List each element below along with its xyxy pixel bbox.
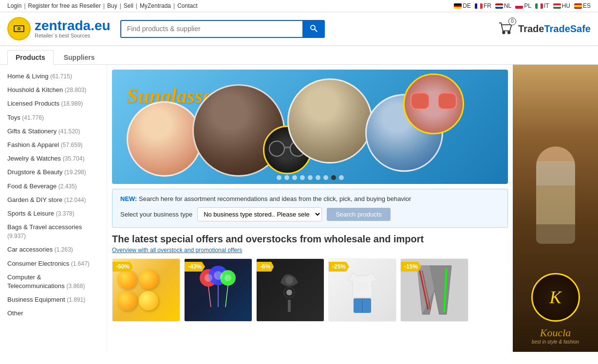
sidebar-item-sports-leisure[interactable]: Sports & Leisure (3.378)	[0, 207, 107, 220]
sell-link[interactable]: Sell	[124, 2, 133, 9]
offer-card-2[interactable]: -43%	[184, 258, 252, 322]
ad-brand-name: Koucla	[540, 327, 571, 339]
business-type-select[interactable]: No business type stored.. Please sele	[197, 207, 322, 221]
tradesafe-logo: TradeTradeSafe	[518, 23, 591, 35]
flag-nl	[495, 3, 503, 9]
search-bar	[120, 20, 325, 38]
sidebar-item-garden-diy[interactable]: Garden & DIY store (12.044)	[0, 193, 107, 207]
dot-1[interactable]	[277, 175, 281, 180]
sidebar-item-car-accessories[interactable]: Car accessories (1.263)	[0, 243, 107, 256]
flag-fr	[475, 3, 483, 9]
svg-line-5	[315, 29, 317, 32]
right-sidebar[interactable]: K Koucla best in style & fashion	[513, 65, 598, 352]
svg-rect-22	[356, 283, 368, 290]
offers-grid: -50% -43%	[112, 258, 508, 322]
lang-es[interactable]: ES	[574, 2, 591, 9]
offer-badge-1: -50%	[112, 262, 133, 272]
new-bar-text: NEW: Search here for assortment recommen…	[120, 195, 500, 202]
cart-area: 0 TradeTradeSafe	[497, 19, 591, 38]
svg-point-15	[214, 271, 223, 280]
sidebar-item-food-beverage[interactable]: Food & Beverage (2.435)	[0, 180, 107, 193]
ad-logo-circle: K	[531, 273, 580, 322]
offer-badge-4: -25%	[329, 262, 349, 272]
flag-es	[574, 3, 582, 9]
sidebar-item-drugstore-beauty[interactable]: Drugstore & Beauty (19.298)	[0, 165, 107, 179]
cart-icon-wrapper[interactable]: 0	[497, 19, 514, 38]
sidebar-item-toys[interactable]: Toys (41.776)	[0, 111, 107, 125]
lamp-svg	[271, 266, 310, 314]
offers-overview-link[interactable]: Overview with all overstock and promotio…	[112, 247, 508, 254]
sidebar-item-computer-telecom[interactable]: Computer & Telecommunications (3.868)	[0, 271, 107, 293]
sidebar-item-consumer-electronics[interactable]: Consumer Electronics (1.647)	[0, 257, 107, 271]
logo-brand: zentrada.eu	[35, 19, 111, 33]
language-switcher: DE FR NL PL IT HU ES	[454, 2, 591, 9]
svg-point-6	[503, 31, 505, 34]
login-link[interactable]: Login	[7, 2, 21, 9]
svg-point-3	[19, 28, 20, 30]
offer-badge-2: -43%	[185, 262, 205, 272]
lang-de[interactable]: DE	[454, 2, 471, 9]
search-input[interactable]	[120, 20, 302, 38]
svg-point-21	[285, 276, 293, 284]
svg-point-14	[205, 274, 212, 282]
ad-brand-letter: K	[549, 287, 561, 308]
content-area: Sunglasses	[107, 65, 513, 352]
logo-text: zentrada.eu Retailer`s best Sources	[35, 19, 111, 38]
register-link[interactable]: Register for free as Reseller	[28, 2, 101, 9]
sidebar-item-jewelry-watches[interactable]: Jewelry & Watches (35.704)	[0, 152, 107, 165]
new-bar-row: Select your business type No business ty…	[120, 207, 500, 221]
buy-link[interactable]: Buy	[107, 2, 117, 9]
offer-card-1[interactable]: -50%	[112, 258, 180, 322]
dot-4[interactable]	[300, 175, 305, 180]
dot-7[interactable]	[323, 175, 328, 180]
banner-dots	[277, 175, 344, 180]
offer-card-3[interactable]: -6%	[256, 258, 324, 322]
offer-card-5[interactable]: -15%	[400, 258, 468, 322]
svg-point-20	[286, 290, 292, 295]
dot-8[interactable]	[331, 175, 336, 180]
dot-6[interactable]	[316, 175, 320, 180]
sidebar-item-other[interactable]: Other	[0, 307, 107, 320]
contact-link[interactable]: Contact	[177, 2, 197, 9]
offer-card-4[interactable]: -25%	[328, 258, 396, 322]
sidebar-item-fashion-apparel[interactable]: Fashion & Apparel (57.659)	[0, 138, 107, 152]
logo[interactable]: zentrada.eu Retailer`s best Sources	[7, 17, 111, 40]
sidebar-item-houshold-kitchen[interactable]: Houshold & Kitchen (28.803)	[0, 83, 107, 97]
myzentrada-link[interactable]: MyZentrada	[140, 2, 171, 9]
sidebar-item-home-living[interactable]: Home & Living (61.715)	[0, 70, 107, 83]
banner-circle-3	[287, 78, 373, 164]
lang-hu[interactable]: HU	[553, 2, 570, 9]
dot-2[interactable]	[284, 175, 289, 180]
offers-section: The latest special offers and overstocks…	[112, 234, 508, 322]
lang-pl[interactable]: PL	[515, 2, 531, 9]
sidebar-item-licensed-products[interactable]: Licensed Products (18.989)	[0, 97, 107, 110]
balloons-svg	[196, 263, 240, 317]
business-type-label: Select your business type	[120, 211, 192, 218]
sidebar-item-bags-travel[interactable]: Bags & Travel accessories (9.937)	[0, 220, 107, 243]
banner: Sunglasses	[112, 70, 508, 184]
main-layout: Home & Living (61.715) Houshold & Kitche…	[0, 65, 598, 352]
search-button[interactable]	[302, 20, 325, 38]
dot-5[interactable]	[308, 175, 313, 180]
right-ad-image: K Koucla best in style & fashion	[513, 65, 598, 352]
svg-rect-17	[288, 300, 291, 312]
sidebar-item-business-equipment[interactable]: Business Equipment (1.891)	[0, 293, 107, 307]
offer-badge-3: -6%	[257, 262, 274, 272]
flag-pl	[515, 3, 523, 9]
lang-nl[interactable]: NL	[495, 2, 511, 9]
dot-9[interactable]	[339, 175, 344, 180]
tab-suppliers[interactable]: Suppliers	[56, 50, 103, 64]
header: zentrada.eu Retailer`s best Sources 0 Tr…	[0, 12, 598, 46]
lang-it[interactable]: IT	[535, 2, 549, 9]
lang-fr[interactable]: FR	[475, 2, 491, 9]
search-products-button[interactable]: Search products	[327, 208, 391, 221]
sidebar-item-gifts-stationery[interactable]: Gifts & Stationery (41.520)	[0, 125, 107, 138]
tab-products[interactable]: Products	[7, 50, 54, 65]
new-bar-description: Search here for assortment recommendatio…	[139, 195, 411, 202]
dot-3[interactable]	[292, 175, 297, 180]
flag-it	[535, 3, 543, 9]
svg-line-11	[208, 287, 211, 307]
new-bar: NEW: Search here for assortment recommen…	[112, 189, 508, 228]
new-label: NEW:	[120, 195, 137, 202]
nav-tabs: Products Suppliers	[0, 46, 598, 65]
